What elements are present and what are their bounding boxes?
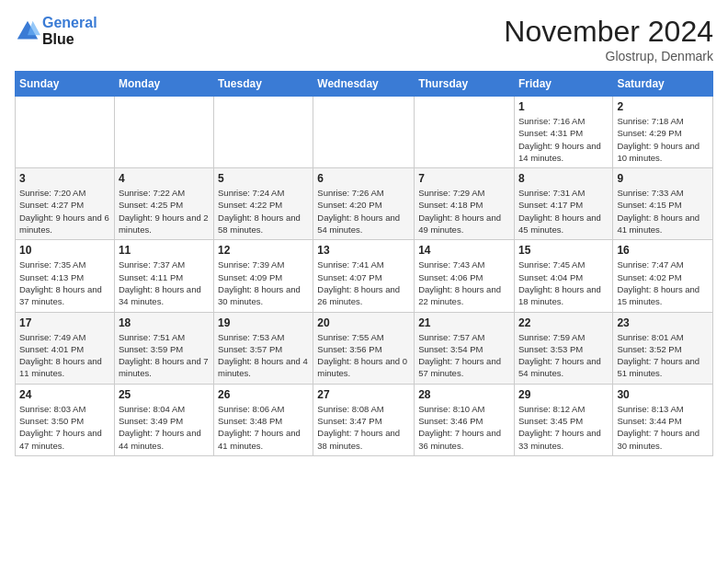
location: Glostrup, Denmark [504, 49, 713, 63]
weekday-header-saturday: Saturday [613, 72, 713, 97]
calendar-cell: 11Sunrise: 7:37 AM Sunset: 4:11 PM Dayli… [114, 240, 213, 312]
day-detail: Sunrise: 7:24 AM Sunset: 4:22 PM Dayligh… [218, 187, 309, 236]
day-number: 18 [119, 316, 210, 329]
logo: General Blue [15, 15, 97, 48]
day-detail: Sunrise: 7:53 AM Sunset: 3:57 PM Dayligh… [218, 331, 309, 380]
calendar-header: SundayMondayTuesdayWednesdayThursdayFrid… [16, 72, 713, 97]
calendar-cell: 15Sunrise: 7:45 AM Sunset: 4:04 PM Dayli… [514, 240, 612, 312]
month-title: November 2024 [504, 15, 713, 49]
calendar-cell: 17Sunrise: 7:49 AM Sunset: 4:01 PM Dayli… [16, 312, 115, 384]
day-detail: Sunrise: 8:12 AM Sunset: 3:45 PM Dayligh… [518, 403, 609, 452]
day-detail: Sunrise: 7:43 AM Sunset: 4:06 PM Dayligh… [418, 259, 510, 307]
calendar-week-2: 3Sunrise: 7:20 AM Sunset: 4:27 PM Daylig… [16, 168, 713, 240]
calendar-cell: 7Sunrise: 7:29 AM Sunset: 4:18 PM Daylig… [415, 168, 515, 240]
day-number: 10 [19, 244, 110, 257]
day-detail: Sunrise: 7:51 AM Sunset: 3:59 PM Dayligh… [119, 331, 210, 380]
day-number: 15 [518, 244, 609, 257]
weekday-header-tuesday: Tuesday [214, 72, 313, 97]
day-detail: Sunrise: 7:35 AM Sunset: 4:13 PM Dayligh… [19, 259, 110, 307]
calendar-cell: 20Sunrise: 7:55 AM Sunset: 3:56 PM Dayli… [313, 312, 415, 384]
day-detail: Sunrise: 8:01 AM Sunset: 3:52 PM Dayligh… [617, 331, 709, 380]
day-number: 6 [317, 172, 410, 185]
calendar-cell: 18Sunrise: 7:51 AM Sunset: 3:59 PM Dayli… [114, 312, 213, 384]
day-number: 2 [617, 100, 709, 113]
calendar-cell: 23Sunrise: 8:01 AM Sunset: 3:52 PM Dayli… [613, 312, 713, 384]
page-header: General Blue November 2024 Glostrup, Den… [15, 15, 713, 63]
day-number: 26 [218, 388, 309, 401]
day-number: 16 [617, 244, 709, 257]
calendar-cell: 21Sunrise: 7:57 AM Sunset: 3:54 PM Dayli… [415, 312, 515, 384]
day-detail: Sunrise: 8:06 AM Sunset: 3:48 PM Dayligh… [218, 403, 309, 452]
day-number: 27 [317, 388, 410, 401]
calendar-cell: 29Sunrise: 8:12 AM Sunset: 3:45 PM Dayli… [514, 384, 612, 455]
day-number: 23 [617, 316, 709, 329]
day-detail: Sunrise: 8:08 AM Sunset: 3:47 PM Dayligh… [317, 403, 410, 452]
title-block: November 2024 Glostrup, Denmark [504, 15, 713, 63]
calendar-cell [114, 97, 213, 168]
calendar-cell [415, 97, 515, 168]
day-detail: Sunrise: 8:13 AM Sunset: 3:44 PM Dayligh… [617, 403, 709, 452]
calendar-cell: 1Sunrise: 7:16 AM Sunset: 4:31 PM Daylig… [514, 97, 612, 168]
day-number: 7 [418, 172, 510, 185]
day-detail: Sunrise: 7:22 AM Sunset: 4:25 PM Dayligh… [119, 187, 210, 236]
calendar-cell: 6Sunrise: 7:26 AM Sunset: 4:20 PM Daylig… [313, 168, 415, 240]
day-number: 30 [617, 388, 709, 401]
day-number: 8 [518, 172, 609, 185]
day-detail: Sunrise: 8:04 AM Sunset: 3:49 PM Dayligh… [119, 403, 210, 452]
calendar-cell [16, 97, 115, 168]
day-detail: Sunrise: 7:18 AM Sunset: 4:29 PM Dayligh… [617, 115, 709, 164]
day-number: 1 [518, 100, 609, 113]
day-number: 24 [19, 388, 110, 401]
calendar-cell: 8Sunrise: 7:31 AM Sunset: 4:17 PM Daylig… [514, 168, 612, 240]
day-detail: Sunrise: 7:26 AM Sunset: 4:20 PM Dayligh… [317, 187, 410, 236]
day-detail: Sunrise: 7:20 AM Sunset: 4:27 PM Dayligh… [19, 187, 110, 236]
day-detail: Sunrise: 7:57 AM Sunset: 3:54 PM Dayligh… [418, 331, 510, 380]
day-detail: Sunrise: 7:47 AM Sunset: 4:02 PM Dayligh… [617, 259, 709, 307]
calendar-cell: 3Sunrise: 7:20 AM Sunset: 4:27 PM Daylig… [16, 168, 115, 240]
calendar-week-1: 1Sunrise: 7:16 AM Sunset: 4:31 PM Daylig… [16, 97, 713, 168]
day-detail: Sunrise: 7:29 AM Sunset: 4:18 PM Dayligh… [418, 187, 510, 236]
calendar-table: SundayMondayTuesdayWednesdayThursdayFrid… [15, 71, 713, 456]
day-detail: Sunrise: 7:55 AM Sunset: 3:56 PM Dayligh… [317, 331, 410, 380]
weekday-header-friday: Friday [514, 72, 612, 97]
calendar-cell: 13Sunrise: 7:41 AM Sunset: 4:07 PM Dayli… [313, 240, 415, 312]
day-detail: Sunrise: 7:31 AM Sunset: 4:17 PM Dayligh… [518, 187, 609, 236]
calendar-cell: 10Sunrise: 7:35 AM Sunset: 4:13 PM Dayli… [16, 240, 115, 312]
calendar-cell: 14Sunrise: 7:43 AM Sunset: 4:06 PM Dayli… [415, 240, 515, 312]
day-detail: Sunrise: 7:59 AM Sunset: 3:53 PM Dayligh… [518, 331, 609, 380]
calendar-cell [214, 97, 313, 168]
day-number: 19 [218, 316, 309, 329]
day-number: 9 [617, 172, 709, 185]
day-number: 25 [119, 388, 210, 401]
day-number: 22 [518, 316, 609, 329]
day-number: 28 [418, 388, 510, 401]
calendar-week-4: 17Sunrise: 7:49 AM Sunset: 4:01 PM Dayli… [16, 312, 713, 384]
day-detail: Sunrise: 7:16 AM Sunset: 4:31 PM Dayligh… [518, 115, 609, 164]
day-number: 4 [119, 172, 210, 185]
logo-text: General Blue [42, 15, 97, 48]
day-number: 21 [418, 316, 510, 329]
weekday-header-thursday: Thursday [415, 72, 515, 97]
day-number: 5 [218, 172, 309, 185]
calendar-cell: 26Sunrise: 8:06 AM Sunset: 3:48 PM Dayli… [214, 384, 313, 455]
day-number: 3 [19, 172, 110, 185]
day-detail: Sunrise: 7:37 AM Sunset: 4:11 PM Dayligh… [119, 259, 210, 307]
calendar-cell [313, 97, 415, 168]
logo-icon [15, 18, 40, 44]
weekday-header-wednesday: Wednesday [313, 72, 415, 97]
calendar-cell: 12Sunrise: 7:39 AM Sunset: 4:09 PM Dayli… [214, 240, 313, 312]
calendar-cell: 27Sunrise: 8:08 AM Sunset: 3:47 PM Dayli… [313, 384, 415, 455]
day-number: 13 [317, 244, 410, 257]
day-detail: Sunrise: 8:03 AM Sunset: 3:50 PM Dayligh… [19, 403, 110, 452]
day-detail: Sunrise: 7:41 AM Sunset: 4:07 PM Dayligh… [317, 259, 410, 307]
calendar-cell: 25Sunrise: 8:04 AM Sunset: 3:49 PM Dayli… [114, 384, 213, 455]
day-number: 20 [317, 316, 410, 329]
calendar-cell: 22Sunrise: 7:59 AM Sunset: 3:53 PM Dayli… [514, 312, 612, 384]
day-number: 14 [418, 244, 510, 257]
calendar-cell: 28Sunrise: 8:10 AM Sunset: 3:46 PM Dayli… [415, 384, 515, 455]
calendar-cell: 30Sunrise: 8:13 AM Sunset: 3:44 PM Dayli… [613, 384, 713, 455]
weekday-header-sunday: Sunday [16, 72, 115, 97]
calendar-cell: 4Sunrise: 7:22 AM Sunset: 4:25 PM Daylig… [114, 168, 213, 240]
day-detail: Sunrise: 7:39 AM Sunset: 4:09 PM Dayligh… [218, 259, 309, 307]
day-number: 17 [19, 316, 110, 329]
